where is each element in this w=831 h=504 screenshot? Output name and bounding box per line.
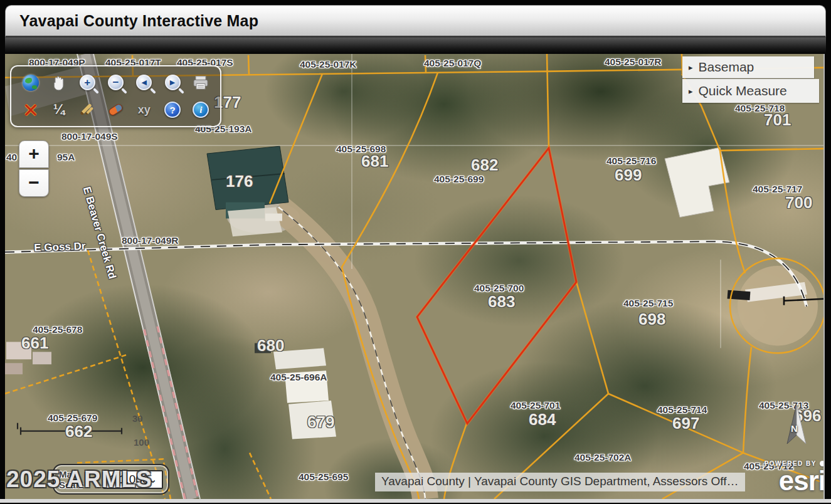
lot-number-label: 661	[21, 335, 48, 352]
help-icon[interactable]: ?	[163, 100, 182, 119]
parcel-id-label: 800-17-049R	[122, 236, 178, 246]
map-scale-widget: Map Scale 1:1,000 ⌄	[53, 464, 169, 495]
parcel-id-label: 800-17-049S	[61, 132, 118, 142]
road-name-label: E Goss Dr	[34, 241, 86, 254]
zoom-out-button[interactable]: −	[19, 169, 49, 197]
lot-number-label: 698	[638, 311, 665, 328]
north-arrow: N	[780, 402, 813, 459]
esri-logo: POWERED BY esri	[755, 458, 825, 492]
parcel-id-label: 405-25-699	[434, 174, 484, 184]
quarter-section-icon[interactable]: ¼	[50, 100, 68, 119]
zoom-in-button[interactable]: +	[19, 140, 49, 168]
chevron-down-icon: ⌄	[149, 474, 157, 485]
print-icon[interactable]	[191, 73, 210, 92]
lot-number-label: 684	[529, 411, 556, 428]
map-toolbar: + − ◀ ▶ ¼ xy ? i	[10, 65, 221, 127]
lot-number-label: 700	[785, 194, 812, 211]
basemap-button-label: Basemap	[699, 60, 754, 75]
scale-tick-label: 30	[132, 414, 143, 424]
attribution-bar: Yavapai County | Yavapai County GIS Depa…	[375, 473, 745, 491]
zoom-control: + −	[19, 140, 49, 197]
quick-measure-button-label: Quick Measure	[699, 83, 787, 98]
chevron-right-icon: ▸	[689, 87, 693, 96]
parcel-id-label: 95A	[57, 152, 75, 162]
clear-graphics-icon[interactable]	[21, 100, 40, 119]
identify-icon[interactable]: i	[191, 100, 210, 119]
quick-measure-button[interactable]: ▸ Quick Measure	[682, 79, 819, 103]
globe-icon[interactable]	[21, 73, 40, 92]
map-scale-label: Map Scale	[59, 469, 99, 490]
lot-number-label: 680	[257, 337, 284, 354]
bottom-strip	[0, 499, 831, 503]
lot-number-label: 176	[226, 173, 253, 190]
parcel-id-label: 405-25-702A	[574, 453, 631, 463]
pan-hand-icon[interactable]	[50, 73, 68, 92]
next-extent-icon[interactable]: ▶	[163, 73, 182, 92]
eraser-icon[interactable]	[106, 100, 125, 119]
map-canvas[interactable]: 800-17-049P405-25-017T405-25-017S405-25-…	[5, 54, 825, 499]
xy-coordinates-icon[interactable]: xy	[135, 100, 154, 119]
measure-icon[interactable]	[78, 100, 97, 119]
lot-number-label: 679	[307, 414, 334, 431]
lot-number-label: 697	[672, 415, 699, 432]
parcel-id-label: 405-25-715	[623, 298, 673, 308]
parcel-id-label: 405-25-695	[299, 472, 348, 482]
map-scale-value: 1:1,000	[109, 473, 149, 486]
parcel-id-label: 405-25-017Q	[424, 58, 481, 68]
lot-number-label: 701	[764, 112, 791, 129]
header-shadow	[5, 38, 826, 54]
basemap-button[interactable]: ▸ Basemap	[682, 56, 814, 78]
page-title: Yavapai County Interactive Map	[19, 12, 258, 30]
lot-number-label: 683	[488, 293, 515, 310]
zoom-in-icon[interactable]: +	[78, 73, 97, 92]
lot-number-label: 662	[65, 423, 92, 440]
north-arrow-label: N	[791, 423, 798, 434]
parcel-id-label: 405-25-017K	[300, 60, 356, 70]
lot-number-label: 681	[361, 153, 388, 170]
chevron-right-icon: ▸	[689, 63, 693, 72]
esri-brand-text: esri	[755, 469, 825, 492]
previous-extent-icon[interactable]: ◀	[135, 73, 154, 92]
zoom-out-icon[interactable]: −	[106, 73, 125, 92]
parcel-id-label: 405-25-716	[606, 156, 656, 166]
lot-number-label: 682	[471, 157, 498, 174]
parcel-id-label: 405-25-701	[511, 401, 560, 411]
parcel-id-label: 40	[6, 152, 17, 162]
map-scale-select[interactable]: 1:1,000 ⌄	[103, 470, 163, 489]
parcel-id-label: 405-25-696A	[270, 372, 327, 382]
scale-tick-label: 100	[134, 438, 149, 448]
app-title-bar: Yavapai County Interactive Map	[5, 5, 826, 38]
lot-number-label: 699	[615, 167, 642, 184]
parcel-id-label: 405-25-017R	[605, 57, 661, 67]
